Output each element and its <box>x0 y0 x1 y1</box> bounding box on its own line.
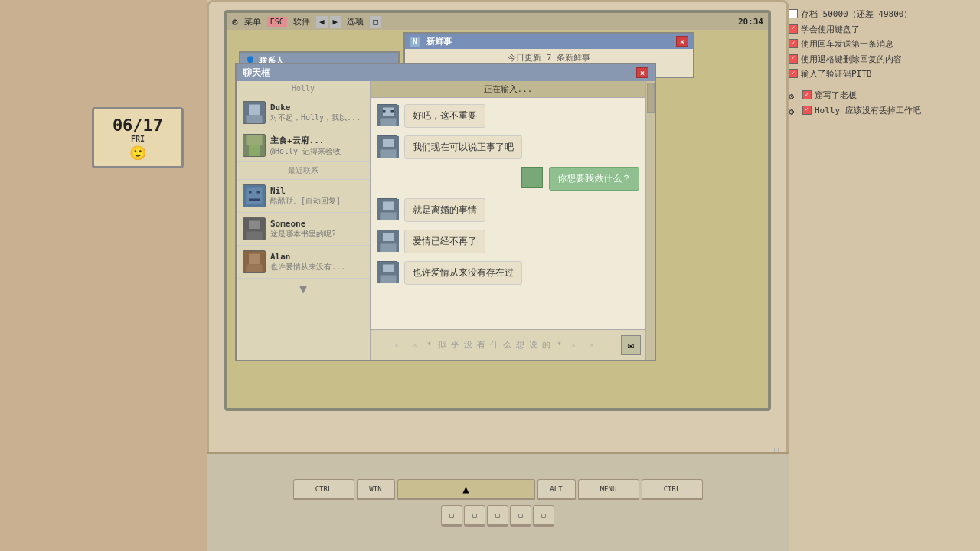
title-checkbox <box>789 9 798 18</box>
send-button[interactable]: ✉ <box>621 335 641 355</box>
nil-name: Nil <box>270 186 364 196</box>
checklist: 存档 50000（还差 49800） 学会使用键盘了 使用回车发送第一条消息 使… <box>789 8 972 119</box>
msg-bubble-3: 就是离婚的事情 <box>404 198 485 222</box>
recent-section: 最近联系 <box>237 162 370 180</box>
nil-info: Nil 酷酷哒。[自动回复] <box>270 186 364 207</box>
messages-list: 好吧，这不重要 <box>371 98 645 329</box>
key-ctrl-left[interactable]: CTRL <box>293 479 354 500</box>
nil-avatar <box>243 184 266 207</box>
svg-rect-21 <box>391 110 394 113</box>
key-menu[interactable]: MENU <box>578 479 639 500</box>
contact-zhufu[interactable]: 主食+云府... @Holly 记得来验收 <box>237 129 370 162</box>
keyboard-keys: CTRL WIN ▲ ALT MENU CTRL <box>230 479 766 500</box>
spacebar-arrow: ▲ <box>462 483 469 495</box>
svg-rect-23 <box>383 139 394 148</box>
message-3: 就是离婚的事情 <box>377 198 639 222</box>
svg-rect-20 <box>383 110 386 113</box>
check-1 <box>789 39 798 48</box>
scrollbar[interactable] <box>645 81 655 360</box>
key-extra-2[interactable]: □ <box>464 505 485 527</box>
check-text-2: 使用退格键删除回复的内容 <box>801 53 902 67</box>
svg-rect-32 <box>383 265 394 273</box>
svg-rect-13 <box>247 232 263 240</box>
message-5: 也许爱情从来没有存在过 <box>377 261 639 285</box>
chat-messages-area: 正在输入... <box>371 81 645 360</box>
chat-body: Holly Duk <box>237 81 655 360</box>
key-extra-5[interactable]: □ <box>533 505 554 527</box>
contact-nil[interactable]: Nil 酷酷哒。[自动回复] <box>237 180 370 213</box>
msg-avatar-right <box>521 167 543 188</box>
esc-label[interactable]: ESC <box>267 17 287 27</box>
options-toggle[interactable]: □ <box>370 16 381 28</box>
svg-rect-1 <box>249 105 260 116</box>
checklist-title-row: 存档 50000（还差 49800） <box>789 8 972 21</box>
msg-avatar-3 <box>377 198 398 220</box>
gear-icon-5: ⚙ <box>789 105 799 116</box>
spacer <box>789 83 972 89</box>
nav-left[interactable]: ◀ <box>316 16 328 28</box>
someone-avatar <box>243 217 266 240</box>
svg-rect-8 <box>249 191 252 194</box>
key-alt[interactable]: ALT <box>537 479 576 500</box>
key-extra-4[interactable]: □ <box>510 505 531 527</box>
news-title: 新鲜事 <box>426 36 452 47</box>
someone-name: Someone <box>270 219 364 229</box>
svg-rect-12 <box>249 221 260 230</box>
calendar: 06/17 FRI 🙂 <box>92 107 184 168</box>
monitor: ⚙ 菜单 ESC 软件 ◀ ▶ 选项 □ 20:34 N 新鲜事 × 今 <box>207 0 789 459</box>
msg-avatar-5 <box>377 261 398 282</box>
key-extra-3[interactable]: □ <box>487 505 508 527</box>
message-1: 我们现在可以说正事了吧 <box>377 135 639 159</box>
news-close-button[interactable]: × <box>676 36 688 47</box>
alan-name: Alan <box>270 252 364 262</box>
someone-info: Someone 这是哪本书里的呢? <box>270 219 364 240</box>
active-contact-name: Holly <box>292 84 315 93</box>
left-wall: 06/17 FRI 🙂 <box>0 0 207 551</box>
check-2 <box>789 54 798 64</box>
gear-icon-4: ⚙ <box>789 90 799 100</box>
desktop: ⚙ 菜单 ESC 软件 ◀ ▶ 选项 □ 20:34 N 新鲜事 × 今 <box>227 13 768 408</box>
someone-preview: 这是哪本书里的呢? <box>270 229 364 240</box>
monitor-screen: ⚙ 菜单 ESC 软件 ◀ ▶ 选项 □ 20:34 N 新鲜事 × 今 <box>224 10 771 411</box>
checklist-item-4: ⚙ 窟写了老板 <box>789 89 972 103</box>
check-text-5: Holly 应该没有丢掉工作吧 <box>815 104 921 118</box>
keyboard: CTRL WIN ▲ ALT MENU CTRL □ □ □ □ □ <box>207 452 789 551</box>
options-label[interactable]: 选项 <box>347 16 364 28</box>
software-label[interactable]: 软件 <box>293 16 310 28</box>
checklist-title: 存档 50000（还差 49800） <box>801 8 912 21</box>
key-ctrl-right[interactable]: CTRL <box>642 479 703 500</box>
contact-duke[interactable]: Duke 对不起，Holly，我以... <box>237 96 370 129</box>
scrollbar-thumb[interactable] <box>647 83 655 113</box>
chat-titlebar: 聊天框 × <box>237 64 655 81</box>
msg-bubble-0: 好吧，这不重要 <box>404 104 485 128</box>
svg-rect-29 <box>383 233 394 242</box>
zhufu-avatar <box>243 134 266 157</box>
check-3 <box>789 69 798 78</box>
svg-rect-16 <box>247 265 263 273</box>
sidebar-down-arrow[interactable]: ▼ <box>237 279 370 299</box>
chat-hint-text: ＊似乎没有什么想说的＊ <box>425 339 568 350</box>
duke-name: Duke <box>270 103 364 112</box>
key-win[interactable]: WIN <box>357 479 395 500</box>
active-contact-section: Holly <box>237 81 370 96</box>
svg-rect-33 <box>381 276 397 284</box>
msg-avatar-0 <box>377 104 398 126</box>
contact-someone[interactable]: Someone 这是哪本书里的呢? <box>237 213 370 246</box>
keyboard-decoration-row: □ □ □ □ □ <box>441 505 554 527</box>
msg-bubble-1: 我们现在可以说正事了吧 <box>404 135 522 159</box>
chat-input-area: ✕ ✕ ＊似乎没有什么想说的＊ ✕ ✕ ✉ <box>371 329 645 360</box>
hint-decoration: ✕ ✕ ＊似乎没有什么想说的＊ ✕ ✕ <box>375 339 618 350</box>
check-text-3: 输入了验证码PITB <box>801 67 872 81</box>
spacebar[interactable]: ▲ <box>397 479 535 500</box>
msg-bubble-2: 你想要我做什么？ <box>549 167 639 191</box>
contact-alan[interactable]: Alan 也许爱情从来没有... <box>237 246 370 279</box>
menu-label[interactable]: 菜单 <box>244 16 261 28</box>
svg-rect-26 <box>383 202 394 210</box>
msg-bubble-5: 也许爱情从来没有存在过 <box>404 261 522 285</box>
nav-right[interactable]: ▶ <box>330 16 341 28</box>
chat-close-button[interactable]: × <box>636 67 648 78</box>
message-2: 你想要我做什么？ <box>377 167 639 191</box>
checklist-item-5: ⚙ Holly 应该没有丢掉工作吧 <box>789 104 972 118</box>
key-extra-1[interactable]: □ <box>441 505 462 527</box>
zhufu-info: 主食+云府... @Holly 记得来验收 <box>270 135 364 157</box>
